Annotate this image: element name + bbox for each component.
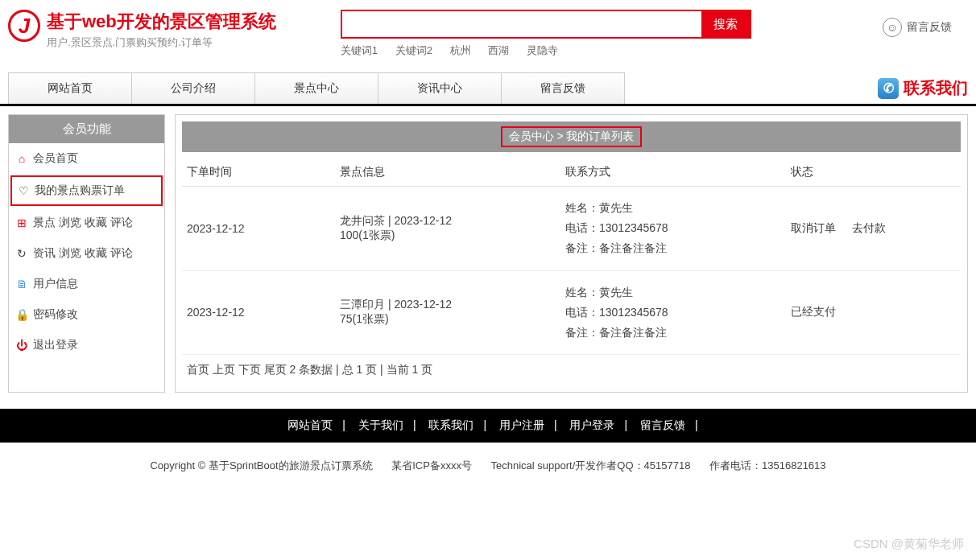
footer-link[interactable]: 关于我们 [349, 418, 413, 431]
sidebar-title: 会员功能 [9, 115, 164, 143]
nav-tab-spots[interactable]: 景点中心 [255, 73, 378, 104]
refresh-icon: ↻ [15, 247, 28, 260]
keyword-link[interactable]: 灵隐寺 [527, 44, 558, 56]
col-order-time: 下单时间 [182, 159, 335, 187]
sidebar: 会员功能 ⌂ 会员首页 ♡ 我的景点购票订单 ⊞ 景点 浏览 收藏 评论 ↻ 资… [8, 114, 165, 393]
orders-table: 下单时间 景点信息 联系方式 状态 2023-12-12 龙井问茶 | 2023… [182, 159, 961, 355]
feedback-label: 留言反馈 [907, 20, 952, 35]
breadcrumb-prefix: 会员中心 > [509, 130, 567, 142]
cell-spot-info: 三潭印月 | 2023-12-12 75(1张票) [335, 270, 560, 355]
cell-contact: 姓名：黄先生 电话：13012345678 备注：备注备注备注 [560, 187, 786, 271]
sidebar-item-label: 资讯 浏览 收藏 评论 [33, 246, 133, 261]
contact-us[interactable]: ✆ 联系我们 [878, 77, 968, 99]
pagination[interactable]: 首页 上页 下页 尾页 2 条数据 | 总 1 页 | 当前 1 页 [182, 355, 961, 385]
nav-tab-news[interactable]: 资讯中心 [378, 73, 502, 104]
content: 会员功能 ⌂ 会员首页 ♡ 我的景点购票订单 ⊞ 景点 浏览 收藏 评论 ↻ 资… [0, 106, 976, 401]
sidebar-item-home[interactable]: ⌂ 会员首页 [9, 143, 164, 174]
footer-link[interactable]: 用户注册 [490, 418, 554, 431]
nav-bar: 网站首页 公司介绍 景点中心 资讯中心 留言反馈 ✆ 联系我们 [0, 72, 976, 106]
logo-area: J 基于web开发的景区管理系统 用户.景区景点.门票购买预约.订单等 [8, 10, 276, 50]
sidebar-item-label: 密码修改 [33, 307, 78, 322]
sidebar-item-label: 我的景点购票订单 [35, 183, 125, 198]
power-icon: ⏻ [15, 339, 28, 352]
search-input[interactable] [342, 11, 701, 37]
feedback-link[interactable]: ☺ 留言反馈 [883, 10, 968, 37]
sidebar-item-password[interactable]: 🔒 密码修改 [9, 299, 164, 330]
site-subtitle: 用户.景区景点.门票购买预约.订单等 [47, 35, 276, 50]
cell-spot-info: 龙井问茶 | 2023-12-12 100(1张票) [335, 187, 560, 271]
sidebar-item-label: 用户信息 [33, 277, 78, 291]
keyword-link[interactable]: 杭州 [450, 44, 471, 56]
sidebar-item-orders[interactable]: ♡ 我的景点购票订单 [10, 175, 163, 206]
cell-status: 已经支付 [786, 270, 961, 355]
pay-link[interactable]: 去付款 [852, 221, 886, 234]
copyright: Copyright © 基于SprintBoot的旅游景点订票系统 [150, 459, 372, 471]
footer-nav: 网站首页| 关于我们| 联系我们| 用户注册| 用户登录| 留言反馈| [0, 409, 976, 443]
col-spot-info: 景点信息 [335, 159, 560, 187]
support: Technical support/开发作者QQ：45157718 [491, 459, 691, 471]
keywords-row: 关键词1 关键词2 杭州 西湖 灵隐寺 [341, 43, 751, 58]
keyword-link[interactable]: 关键词2 [395, 44, 432, 56]
footer-link[interactable]: 用户登录 [560, 418, 624, 431]
sidebar-item-label: 景点 浏览 收藏 评论 [33, 216, 133, 230]
nav-tabs: 网站首页 公司介绍 景点中心 资讯中心 留言反馈 [8, 72, 625, 104]
cell-status: 取消订单 去付款 [786, 187, 961, 271]
sidebar-item-label: 会员首页 [33, 151, 78, 166]
nav-tab-feedback[interactable]: 留言反馈 [502, 73, 624, 104]
col-contact: 联系方式 [560, 159, 786, 187]
phone-icon: ✆ [878, 78, 899, 99]
author-phone: 作者电话：13516821613 [709, 459, 826, 471]
keyword-link[interactable]: 关键词1 [341, 44, 378, 56]
table-row: 2023-12-12 三潭印月 | 2023-12-12 75(1张票) 姓名：… [182, 270, 961, 355]
cell-order-time: 2023-12-12 [182, 270, 335, 355]
icp: 某省ICP备xxxx号 [391, 459, 472, 471]
footer-link[interactable]: 网站首页 [278, 418, 342, 431]
nav-tab-company[interactable]: 公司介绍 [132, 73, 255, 104]
grid-icon: ⊞ [15, 216, 28, 229]
headset-icon: ☺ [883, 18, 902, 37]
table-row: 2023-12-12 龙井问茶 | 2023-12-12 100(1张票) 姓名… [182, 187, 961, 271]
sidebar-item-user[interactable]: 🗎 用户信息 [9, 269, 164, 299]
site-title: 基于web开发的景区管理系统 [47, 10, 276, 34]
document-icon: 🗎 [15, 278, 28, 290]
contact-label: 联系我们 [904, 77, 968, 99]
main-panel: 会员中心 > 我的订单列表 下单时间 景点信息 联系方式 状态 2023-12-… [175, 114, 968, 393]
breadcrumb-current: 我的订单列表 [566, 130, 634, 142]
lock-icon: 🔒 [15, 308, 28, 321]
keyword-link[interactable]: 西湖 [488, 44, 509, 56]
sidebar-item-logout[interactable]: ⏻ 退出登录 [9, 330, 164, 360]
footer-info: Copyright © 基于SprintBoot的旅游景点订票系统 某省ICP备… [0, 443, 976, 497]
heart-icon: ♡ [17, 184, 30, 197]
sidebar-item-news[interactable]: ↻ 资讯 浏览 收藏 评论 [9, 238, 164, 269]
footer-link[interactable]: 留言反馈 [631, 418, 695, 431]
cancel-order-link[interactable]: 取消订单 [791, 221, 836, 234]
search-button[interactable]: 搜索 [701, 11, 750, 37]
sidebar-item-label: 退出登录 [33, 338, 78, 352]
header: J 基于web开发的景区管理系统 用户.景区景点.门票购买预约.订单等 搜索 关… [0, 0, 976, 64]
cell-order-time: 2023-12-12 [182, 187, 335, 271]
home-icon: ⌂ [15, 152, 28, 165]
cell-contact: 姓名：黄先生 电话：13012345678 备注：备注备注备注 [560, 270, 786, 355]
breadcrumb: 会员中心 > 我的订单列表 [182, 121, 961, 152]
sidebar-item-spots[interactable]: ⊞ 景点 浏览 收藏 评论 [9, 208, 164, 238]
col-status: 状态 [786, 159, 961, 187]
logo-icon: J [8, 10, 40, 42]
search-area: 搜索 关键词1 关键词2 杭州 西湖 灵隐寺 [341, 10, 751, 58]
nav-tab-home[interactable]: 网站首页 [9, 73, 132, 104]
footer-link[interactable]: 联系我们 [419, 418, 483, 431]
